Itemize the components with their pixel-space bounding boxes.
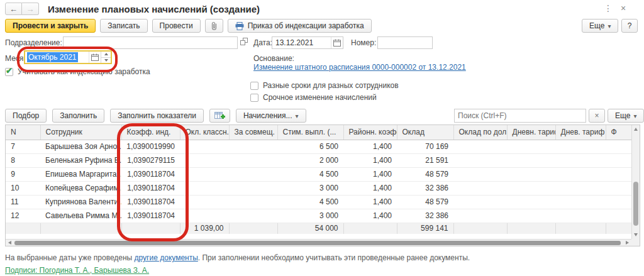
cell-oklad[interactable]: 21 591 [397,153,453,167]
fill-indicators-button[interactable]: Заполнить показатели [110,109,204,123]
basis-link[interactable]: Изменение штатного расписания 0000-00000… [253,63,466,72]
urgent-checkbox[interactable] [250,94,258,102]
column-header-okl-klassn[interactable]: Окл. классн. чин [180,125,229,140]
cell-f[interactable] [606,181,631,195]
table-row[interactable]: 10 Копейцева Серафим... 1,0390118704 3 0… [6,181,631,195]
cell-stim[interactable]: 2 000 [277,153,343,167]
other-documents-link[interactable]: другие документы [135,253,198,262]
cell-dnev-tarif-p[interactable] [555,181,606,195]
table-row[interactable]: 9 Епишева Маргарита ... 1,0390118704 4 5… [6,167,631,181]
cell-stim[interactable]: 6 500 [277,140,343,153]
cell-employee[interactable]: Беленькая Руфина Б... [40,153,121,167]
cell-dnevn-tarif[interactable] [507,153,555,167]
cell-za-sovmesch[interactable] [229,181,277,195]
column-header-oklad[interactable]: Оклад [397,125,453,140]
cell-dnevn-tarif[interactable] [507,181,555,195]
column-header-employee[interactable]: Сотрудник [40,125,121,140]
cell-f[interactable] [606,140,631,153]
cell-dnevn-tarif[interactable] [507,167,555,181]
indexation-checkbox[interactable] [5,68,13,76]
column-header-coeff[interactable]: Коэфф. инд. [121,125,180,140]
cell-employee[interactable]: Куприянова Валенти... [40,195,121,209]
help-button[interactable]: ? [621,19,638,33]
cell-za-sovmesch[interactable] [229,153,277,167]
cell-employee[interactable]: Барышева Зоя Арно... [40,140,121,153]
number-input[interactable] [377,36,433,49]
cell-n[interactable]: 10 [6,181,40,195]
column-header-f[interactable]: Ф [606,125,631,140]
post-and-close-button[interactable]: Провести и закрыть [5,19,96,33]
calendar-icon[interactable] [331,37,343,48]
cell-n[interactable]: 11 [6,195,40,209]
cell-dnevn-tarif[interactable] [507,195,555,209]
cell-dnevn-tarif[interactable] [507,140,555,153]
print-indexation-order-button[interactable]: Приказ об индексации заработка [228,19,372,33]
table-row[interactable]: 12 Савельева Римма М... 1,0390118704 3 0… [6,209,631,223]
cell-oklad[interactable]: 48 579 [397,167,453,181]
cell-f[interactable] [606,209,631,223]
cell-oklad[interactable]: 32 386 [397,181,453,195]
cell-dnev-tarif-p[interactable] [555,140,606,153]
cell-f[interactable] [606,167,631,181]
write-button[interactable]: Записать [100,19,147,33]
cell-employee[interactable]: Савельева Римма М... [40,209,121,223]
column-header-dnev-tarif-p[interactable]: Днев. тариф п... [555,125,606,140]
cell-oklad[interactable]: 48 579 [397,195,453,209]
window-close-icon[interactable]: × [621,4,626,13]
vertical-scrollbar[interactable] [631,125,640,239]
cell-stim[interactable]: 3 000 [277,209,343,223]
cell-n[interactable]: 7 [6,140,40,153]
cell-dnev-tarif-p[interactable] [555,153,606,167]
cell-dnev-tarif-p[interactable] [555,167,606,181]
add-row-button[interactable] [209,109,230,123]
cell-f[interactable] [606,153,631,167]
cell-dnevn-tarif[interactable] [507,209,555,223]
cell-coeff[interactable]: 1,0390279115 [121,153,180,167]
pick-button[interactable]: Подбор [5,109,47,123]
cell-stim[interactable]: 3 000 [277,181,343,195]
cell-coeff[interactable]: 1,0390118704 [121,209,180,223]
cell-za-sovmesch[interactable] [229,195,277,209]
cell-stim[interactable]: 4 500 [277,167,343,181]
cell-oklad-dop[interactable] [453,140,507,153]
cell-coeff[interactable]: 1,0390019990 [121,140,180,153]
scroll-right-icon[interactable] [626,241,629,245]
search-input[interactable] [454,109,586,123]
back-button[interactable]: ← [5,3,22,15]
post-button[interactable]: Провести [152,19,201,33]
cell-employee[interactable]: Копейцева Серафим... [40,181,121,195]
spinner-up-icon[interactable] [101,52,111,57]
cell-oklad-dop[interactable] [453,153,507,167]
cell-coeff[interactable]: 1,0390118704 [121,195,180,209]
signatures-link[interactable]: Подписи: Погодина Т. А., Барышева З. А. [5,266,149,275]
table-row[interactable]: 7 Барышева Зоя Арно... 1,0390019990 6 50… [6,140,631,153]
cell-oklad-dop[interactable] [453,209,507,223]
attachments-button[interactable] [205,19,223,33]
column-header-stim[interactable]: Стим. выпл. (... [277,125,343,140]
cell-okl-klassn[interactable] [180,167,229,181]
cell-okl-klassn[interactable] [180,181,229,195]
cell-oklad[interactable]: 32 386 [397,209,453,223]
date-input[interactable] [272,37,331,48]
cell-okl-klassn[interactable] [180,209,229,223]
cell-n[interactable]: 12 [6,209,40,223]
horizontal-scrollbar[interactable] [6,239,631,246]
scroll-left-icon[interactable] [8,241,11,245]
cell-za-sovmesch[interactable] [229,140,277,153]
cell-okl-klassn[interactable] [180,195,229,209]
cell-rayonn[interactable]: 1,400 [343,153,397,167]
cell-rayonn[interactable]: 1,400 [343,181,397,195]
cell-coeff[interactable]: 1,0390118704 [121,181,180,195]
forward-button[interactable]: → [22,3,39,15]
table-row[interactable]: 8 Беленькая Руфина Б... 1,0390279115 2 0… [6,153,631,167]
cell-coeff[interactable]: 1,0390118704 [121,167,180,181]
cell-n[interactable]: 8 [6,153,40,167]
window-menu-icon[interactable]: ⋮ [604,4,613,13]
diff-dates-checkbox[interactable] [250,82,258,90]
cell-dnev-tarif-p[interactable] [555,195,606,209]
cell-za-sovmesch[interactable] [229,209,277,223]
column-header-dnevn-tarif[interactable]: Дневн. тариф [507,125,555,140]
cell-rayonn[interactable]: 1,400 [343,167,397,181]
search-clear-button[interactable]: × [589,109,605,123]
month-input[interactable]: Октябрь 2021 [25,52,89,63]
